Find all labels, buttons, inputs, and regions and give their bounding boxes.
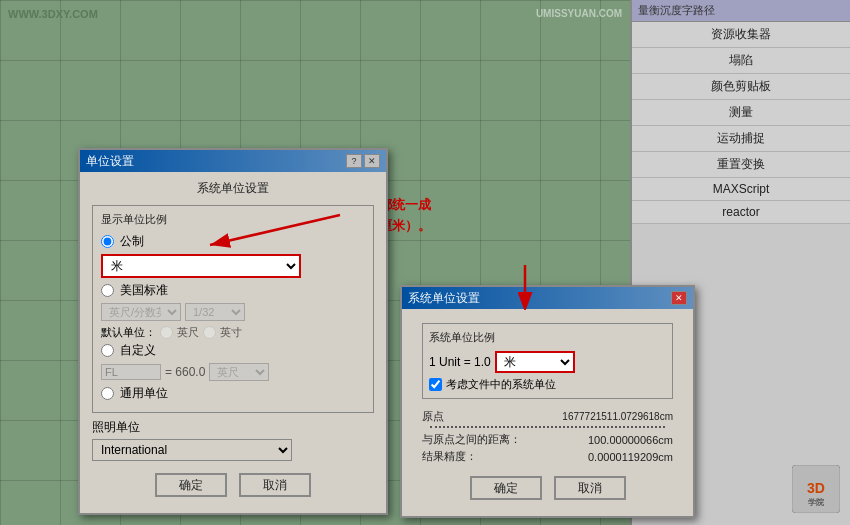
custom-unit-select[interactable]: 英尺 [209, 363, 269, 381]
default-label: 默认单位： [101, 325, 156, 340]
unit-dialog-title: 单位设置 [86, 153, 134, 170]
generic-radio[interactable] [101, 387, 114, 400]
system-dialog-footer: 确定 取消 [414, 470, 681, 508]
lighting-select[interactable]: International [92, 439, 292, 461]
panel-item-maxscript[interactable]: MAXScript [632, 178, 850, 201]
consider-file-label: 考虑文件中的系统单位 [446, 377, 556, 392]
close-button[interactable]: ✕ [364, 154, 380, 168]
logo-area: 3D 学院 [792, 465, 840, 515]
display-units-label: 显示单位比例 [101, 212, 365, 227]
lighting-section: 照明单位 International [92, 419, 374, 461]
inch-radio[interactable] [203, 326, 216, 339]
distance-label: 与原点之间的距离： [422, 432, 521, 447]
us-row: 美国标准 [101, 282, 365, 299]
system-dialog-title: 系统单位设置 [408, 290, 480, 307]
system-unit-dialog: 系统单位设置 ✕ 系统单位比例 1 Unit = 1.0 米 考虑文件中的系统单… [400, 285, 695, 518]
custom-equals: = 660.0 [165, 365, 205, 379]
system-unit-group: 系统单位比例 1 Unit = 1.0 米 考虑文件中的系统单位 [422, 323, 673, 399]
panel-item-color[interactable]: 颜色剪贴板 [632, 74, 850, 100]
distance-row: 与原点之间的距离： 100.00000066cm [422, 432, 673, 447]
us-fraction-select[interactable]: 1/32 [185, 303, 245, 321]
help-button[interactable]: ? [346, 154, 362, 168]
unit-ok-button[interactable]: 确定 [155, 473, 227, 497]
origin-value: 1677721511.0729618cm [562, 411, 673, 422]
generic-row: 通用单位 [101, 385, 365, 402]
unit-settings-dialog: 单位设置 ? ✕ 系统单位设置 显示单位比例 公制 米 美国标准 [78, 148, 388, 515]
right-panel-title: 量衡沉度字路径 [638, 3, 715, 18]
svg-text:学院: 学院 [808, 497, 825, 507]
us-label: 美国标准 [120, 282, 168, 299]
right-panel-header: 量衡沉度字路径 [632, 0, 850, 22]
system-close-button[interactable]: ✕ [671, 291, 687, 305]
generic-label: 通用单位 [120, 385, 168, 402]
svg-text:3D: 3D [807, 480, 825, 496]
custom-select-row: = 660.0 英尺 [101, 363, 365, 381]
us-unit-select[interactable]: 英尺/分数英寸 [101, 303, 181, 321]
metric-radio[interactable] [101, 235, 114, 248]
panel-item-reset[interactable]: 重置变换 [632, 152, 850, 178]
unit-dialog-footer: 确定 取消 [92, 467, 374, 505]
feet-label: 英尺 [177, 325, 199, 340]
panel-item-collapse[interactable]: 塌陷 [632, 48, 850, 74]
titlebar-buttons: ? ✕ [346, 154, 380, 168]
unit-cancel-button[interactable]: 取消 [239, 473, 311, 497]
system-ok-button[interactable]: 确定 [470, 476, 542, 500]
metric-select[interactable]: 米 [101, 254, 301, 278]
logo-3d-text: 3D 学院 [792, 465, 840, 515]
origin-label: 原点 [422, 409, 444, 424]
custom-unit-input[interactable] [101, 364, 161, 380]
watermark-top-right: UMISSYUAN.COM [536, 8, 622, 19]
precision-label: 结果精度： [422, 449, 477, 464]
distance-value: 100.00000066cm [588, 434, 673, 446]
dotted-separator [430, 426, 665, 428]
unit-prefix: 1 Unit = 1.0 [429, 355, 491, 369]
inch-label: 英寸 [220, 325, 242, 340]
unit-dialog-titlebar: 单位设置 ? ✕ [80, 150, 386, 172]
consider-file-checkbox[interactable] [429, 378, 442, 391]
origin-row: 原点 1677721511.0729618cm [422, 409, 673, 424]
unit-section-title: 系统单位设置 [92, 180, 374, 197]
metric-row: 公制 [101, 233, 365, 250]
watermark-top-left: WWW.3DXY.COM [8, 8, 98, 20]
panel-item-motion[interactable]: 运动捕捉 [632, 126, 850, 152]
system-section-title: 系统单位比例 [429, 330, 666, 345]
feet-radio[interactable] [160, 326, 173, 339]
panel-item-reactor[interactable]: reactor [632, 201, 850, 224]
us-radio[interactable] [101, 284, 114, 297]
lighting-label: 照明单位 [92, 419, 374, 436]
custom-radio[interactable] [101, 344, 114, 357]
precision-row: 结果精度： 0.0000119209cm [422, 449, 673, 464]
panel-item-collector[interactable]: 资源收集器 [632, 22, 850, 48]
unit-dialog-content: 系统单位设置 显示单位比例 公制 米 美国标准 英尺/分数英寸 [80, 172, 386, 513]
system-dialog-titlebar: 系统单位设置 ✕ [402, 287, 693, 309]
display-units-group: 显示单位比例 公制 米 美国标准 英尺/分数英寸 1 [92, 205, 374, 413]
custom-row: 自定义 [101, 342, 365, 359]
metric-label: 公制 [120, 233, 144, 250]
precision-value: 0.0000119209cm [588, 451, 673, 463]
us-select-row: 英尺/分数英寸 1/32 [101, 303, 365, 321]
custom-label: 自定义 [120, 342, 156, 359]
logo-3d-icon: 3D 学院 [792, 465, 840, 513]
info-section: 原点 1677721511.0729618cm 与原点之间的距离： 100.00… [414, 405, 681, 470]
panel-item-measure[interactable]: 测量 [632, 100, 850, 126]
consider-file-row: 考虑文件中的系统单位 [429, 377, 666, 392]
system-unit-select[interactable]: 米 [495, 351, 575, 373]
system-dialog-content: 系统单位比例 1 Unit = 1.0 米 考虑文件中的系统单位 原点 1677… [402, 309, 693, 516]
system-titlebar-buttons: ✕ [671, 291, 687, 305]
metric-select-row: 米 [101, 254, 365, 278]
unit-scale-row: 1 Unit = 1.0 米 [429, 351, 666, 373]
default-unit-row: 默认单位： 英尺 英寸 [101, 325, 365, 340]
system-cancel-button[interactable]: 取消 [554, 476, 626, 500]
